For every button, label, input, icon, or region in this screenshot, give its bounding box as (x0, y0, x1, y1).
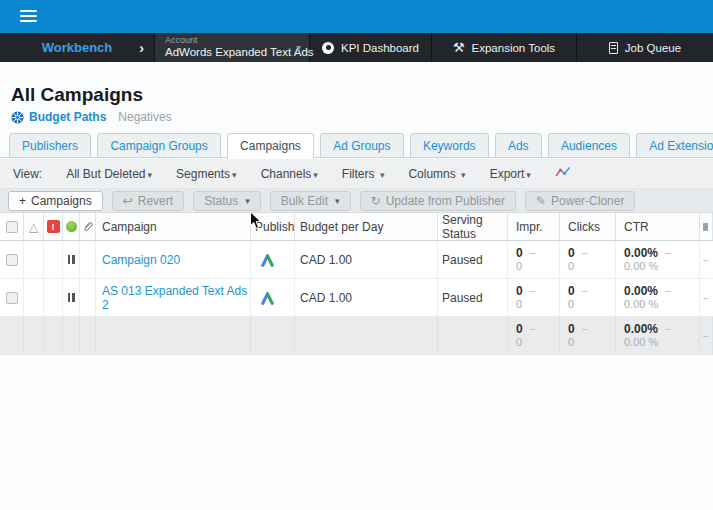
add-campaigns-button[interactable]: + Campaigns (8, 191, 103, 211)
column-header-clicks[interactable]: Clicks (560, 213, 616, 240)
totals-impressions-cell: 0– 0 (508, 317, 560, 354)
hamburger-menu-icon[interactable] (20, 10, 37, 23)
select-all-checkbox[interactable] (6, 221, 18, 233)
kpi-dashboard-label: KPI Dashboard (341, 42, 419, 54)
column-header-campaign[interactable]: Campaign (96, 213, 251, 240)
campaign-link[interactable]: Campaign 020 (102, 253, 180, 267)
comparison-dash: – (703, 330, 709, 341)
column-header-serving-status[interactable]: Serving Status (438, 213, 508, 240)
tab-ad-groups[interactable]: Ad Groups (320, 133, 403, 158)
adwords-logo-icon (260, 253, 275, 267)
channels-dropdown[interactable]: Channels▾ (261, 167, 318, 181)
power-cloner-button[interactable]: ✎ Power-Cloner (525, 191, 635, 211)
revert-button[interactable]: ↩ Revert (112, 191, 184, 211)
budget-value: CAD 1.00 (295, 279, 438, 316)
clicks-cell: 0– 0 (560, 279, 616, 316)
serving-status-value: Paused (438, 241, 508, 278)
adwords-logo-icon (260, 291, 275, 305)
target-icon (322, 42, 334, 54)
budget-paths-link[interactable]: Budget Paths (11, 110, 106, 124)
table-header-row: △ ! Campaign Publisher Budget per Day Se… (0, 213, 713, 241)
column-header-budget-per-day[interactable]: Budget per Day (295, 213, 438, 240)
view-filter-dropdown[interactable]: All But Deleted▾ (66, 167, 152, 181)
chart-toggle-icon[interactable] (555, 166, 571, 181)
campaign-link[interactable]: AS 013 Expanded Text Ads 2 (102, 284, 250, 312)
caret-down-icon: ▾ (526, 170, 531, 180)
column-header-impressions[interactable]: Impr. (508, 213, 560, 240)
document-icon (609, 42, 618, 54)
budget-paths-icon (11, 111, 24, 124)
comparison-dash: – (582, 323, 588, 335)
caret-down-icon: ▾ (232, 170, 237, 180)
column-header-ctr[interactable]: CTR (616, 213, 700, 240)
row-checkbox[interactable] (6, 292, 18, 304)
nav-item-job-queue[interactable]: Job Queue (577, 33, 713, 62)
tools-icon: ⚒ (453, 41, 465, 54)
campaigns-table: △ ! Campaign Publisher Budget per Day Se… (0, 212, 713, 355)
nav-item-kpi-dashboard[interactable]: KPI Dashboard (310, 33, 432, 62)
column-header-publisher[interactable]: Publisher (251, 213, 295, 240)
revert-arrow-icon: ↩ (123, 195, 133, 207)
tab-campaign-groups[interactable]: Campaign Groups (97, 133, 220, 158)
tab-ads[interactable]: Ads (495, 133, 542, 158)
budget-value: CAD 1.00 (295, 241, 438, 278)
page-title: All Campaigns (11, 84, 143, 106)
filters-dropdown[interactable]: Filters ▾ (342, 167, 385, 181)
caret-down-icon: ▾ (245, 196, 250, 206)
view-label: View: (13, 167, 42, 181)
plus-icon: + (19, 195, 26, 207)
paperclip-icon[interactable] (82, 221, 94, 233)
comparison-dash: – (582, 285, 588, 297)
status-button[interactable]: Status▾ (193, 191, 261, 211)
nav-item-expansion-tools[interactable]: ⚒ Expansion Tools (432, 33, 577, 62)
alert-icon[interactable]: ! (47, 220, 60, 233)
comparison-dash: – (530, 285, 536, 297)
table-row: AS 013 Expanded Text Ads 2 CAD 1.00 Paus… (0, 279, 713, 317)
tab-ad-extensions[interactable]: Ad Extensions (636, 133, 713, 158)
comparison-dash: – (665, 247, 671, 259)
action-toolbar: + Campaigns ↩ Revert Status▾ Bulk Edit ▾… (0, 188, 713, 212)
caret-down-icon: ▾ (296, 42, 301, 53)
comparison-dash: – (530, 247, 536, 259)
ctr-cell: 0.00%– 0.00 % (616, 279, 700, 316)
caret-down-icon: ▾ (461, 170, 466, 180)
expansion-tools-label: Expansion Tools (472, 42, 556, 54)
account-selector[interactable]: Account AdWords Expanded Text Ads ▾ (155, 33, 310, 62)
comparison-dash: – (703, 292, 709, 303)
update-from-publisher-button[interactable]: ↻ Update from Publisher (360, 191, 516, 211)
serving-status-value: Paused (438, 279, 508, 316)
impressions-cell: 0– 0 (508, 279, 560, 316)
pencil-icon: ✎ (536, 195, 546, 207)
tab-keywords[interactable]: Keywords (410, 133, 489, 158)
comparison-dash: – (703, 254, 709, 265)
nav-item-workbench[interactable]: Workbench › (0, 33, 155, 62)
impressions-cell: 0– 0 (508, 241, 560, 278)
bulk-edit-button[interactable]: Bulk Edit ▾ (270, 191, 351, 211)
status-dot-icon[interactable] (66, 221, 77, 232)
segments-dropdown[interactable]: Segments▾ (176, 167, 237, 181)
pause-icon (68, 293, 75, 302)
clicks-cell: 0– 0 (560, 241, 616, 278)
columns-dropdown[interactable]: Columns ▾ (408, 167, 465, 181)
comparison-dash: – (530, 323, 536, 335)
account-value: AdWords Expanded Text Ads (165, 46, 314, 59)
warning-triangle-icon[interactable]: △ (29, 220, 38, 234)
export-dropdown[interactable]: Export▾ (490, 167, 531, 181)
negatives-link[interactable]: Negatives (118, 110, 171, 124)
tab-publishers[interactable]: Publishers (9, 133, 91, 158)
pause-icon (68, 255, 75, 264)
top-app-bar (0, 0, 713, 33)
account-label: Account (165, 36, 314, 46)
entity-tabs: Publishers Campaign Groups Campaigns Ad … (0, 133, 713, 158)
caret-down-icon: ▾ (380, 170, 385, 180)
clipped-column (700, 213, 713, 240)
main-navbar: Workbench › Account AdWords Expanded Tex… (0, 33, 713, 62)
caret-down-icon: ▾ (313, 170, 318, 180)
totals-clicks-cell: 0– 0 (560, 317, 616, 354)
row-checkbox[interactable] (6, 254, 18, 266)
job-queue-label: Job Queue (625, 42, 681, 54)
totals-ctr-cell: 0.00%– 0.00 % (616, 317, 700, 354)
tab-campaigns[interactable]: Campaigns (227, 133, 314, 159)
budget-paths-label: Budget Paths (29, 110, 106, 124)
tab-audiences[interactable]: Audiences (548, 133, 630, 158)
